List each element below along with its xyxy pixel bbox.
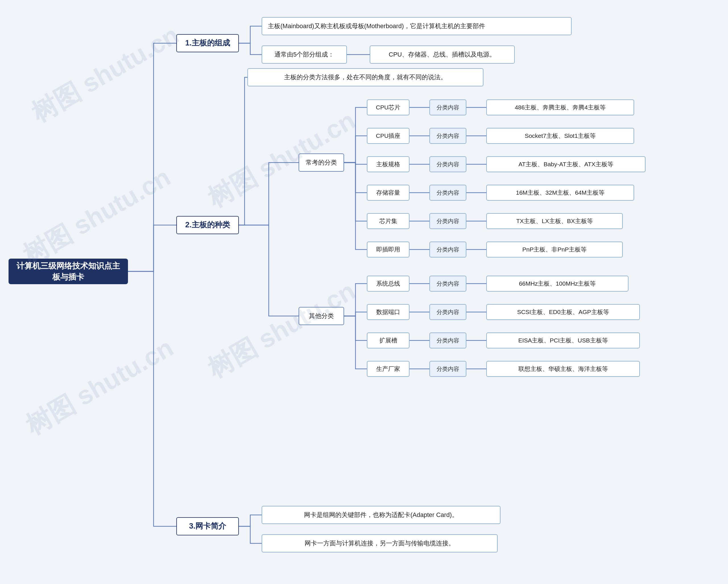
l2-2-intro-node: 主板的分类方法很多，处在不同的角度，就有不同的说法。 [248, 68, 484, 86]
g1-classify-4: 分类内容 [430, 213, 466, 229]
l2-1-1-node: 主板(Mainboard)又称主机板或母板(Motherboard)，它是计算机… [262, 17, 572, 35]
watermark-2: 树图 shutu.cn [17, 160, 177, 273]
l1-node-1: 1.主板的组成 [176, 34, 239, 52]
g1-item-4: 芯片集 [367, 213, 410, 229]
l2-1-2-node: 通常由5个部分组成： [262, 46, 347, 64]
g1-classify-1: 分类内容 [430, 128, 466, 144]
root-node: 计算机三级网络技术知识点主板与插卡 [8, 259, 128, 284]
g2-classify-0: 分类内容 [430, 276, 466, 291]
g2-value-2: EISA主板、PCI主板、USB主板等 [486, 333, 640, 349]
g1-item-3: 存储容量 [367, 185, 410, 201]
g2-item-2: 扩展槽 [367, 333, 410, 349]
g1-value-2: AT主板、Baby-AT主板、ATX主板等 [486, 156, 646, 172]
g1-item-5: 即插即用 [367, 242, 410, 257]
g2-classify-1: 分类内容 [430, 304, 466, 320]
g2-classify-2: 分类内容 [430, 333, 466, 349]
g2-value-3: 联想主板、华硕主板、海洋主板等 [486, 361, 640, 377]
g2-item-1: 数据端口 [367, 304, 410, 320]
group1-node: 常考的分类 [298, 154, 344, 172]
g1-value-0: 486主板、奔腾主板、奔腾4主板等 [486, 100, 634, 115]
g1-classify-2: 分类内容 [430, 156, 466, 172]
l2-3-1-node: 网卡是组网的关键部件，也称为适配卡(Adapter Card)。 [262, 506, 500, 524]
l1-node-2: 2.主板的种类 [176, 216, 239, 234]
g2-value-0: 66MHz主板、100MHz主板等 [486, 276, 628, 291]
watermark-1: 树图 shutu.cn [25, 18, 185, 131]
l1-node-3: 3.网卡简介 [176, 517, 239, 535]
g1-classify-5: 分类内容 [430, 242, 466, 257]
g1-value-1: Socket7主板、Slot1主板等 [486, 128, 634, 144]
g1-value-3: 16M主板、32M主板、64M主板等 [486, 185, 634, 201]
g2-classify-3: 分类内容 [430, 361, 466, 377]
g1-classify-0: 分类内容 [430, 100, 466, 115]
g1-value-5: PnP主板、非PnP主板等 [486, 242, 623, 257]
g2-item-0: 系统总线 [367, 276, 410, 291]
g1-classify-3: 分类内容 [430, 185, 466, 201]
l2-3-2-node: 网卡一方面与计算机连接，另一方面与传输电缆连接。 [262, 534, 498, 553]
connector-lines [0, 0, 728, 584]
g1-item-2: 主板规格 [367, 156, 410, 172]
g1-value-4: TX主板、LX主板、BX主板等 [486, 213, 623, 229]
watermark-3: 树图 shutu.cn [19, 331, 179, 443]
g2-value-1: SCSI主板、ED0主板、AGP主板等 [486, 304, 640, 320]
watermark-5: 树图 shutu.cn [201, 274, 361, 386]
g1-item-1: CPU插座 [367, 128, 410, 144]
l2-1-3-node: CPU、存储器、总线、插槽以及电源。 [370, 46, 515, 64]
g1-item-0: CPU芯片 [367, 100, 410, 115]
g2-item-3: 生产厂家 [367, 361, 410, 377]
group2-node: 其他分类 [298, 307, 344, 325]
